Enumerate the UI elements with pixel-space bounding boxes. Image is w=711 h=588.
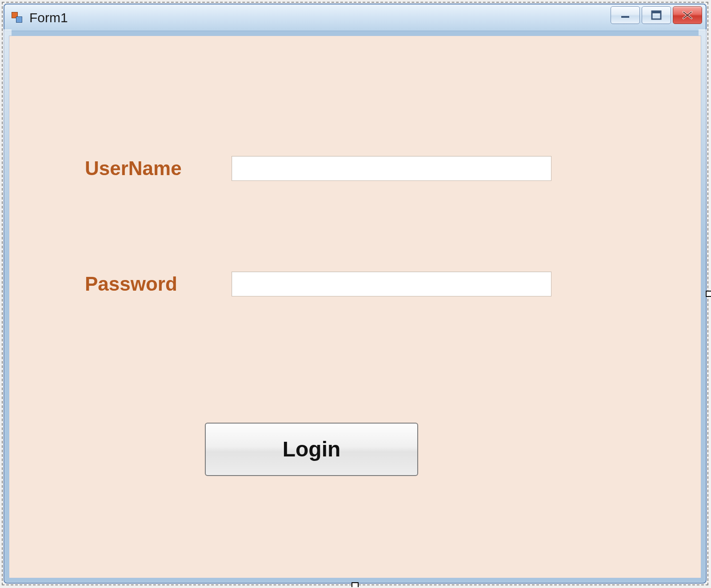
maximize-button[interactable] <box>642 6 671 24</box>
form-window: Form1 <box>4 4 707 584</box>
username-input[interactable] <box>232 156 551 181</box>
close-button[interactable] <box>673 6 702 24</box>
window-controls <box>611 6 702 24</box>
close-icon <box>681 10 694 20</box>
window-title: Form1 <box>29 10 68 25</box>
title-bar[interactable]: Form1 <box>4 4 706 31</box>
form-icon <box>12 12 23 24</box>
password-label: Password <box>85 273 232 295</box>
username-row: UserName <box>85 156 551 181</box>
form-client-area: UserName Password Login <box>9 36 701 578</box>
svg-rect-0 <box>621 16 629 18</box>
password-input[interactable] <box>232 272 551 296</box>
svg-rect-2 <box>652 11 661 13</box>
minimize-button[interactable] <box>611 6 640 24</box>
login-button-label: Login <box>283 437 341 461</box>
maximize-icon <box>650 10 663 20</box>
resize-handle-bottom[interactable] <box>352 582 359 587</box>
login-button[interactable]: Login <box>205 423 418 476</box>
resize-handle-right[interactable] <box>706 291 711 297</box>
designer-canvas: Form1 <box>2 2 708 585</box>
username-label: UserName <box>85 157 232 180</box>
minimize-icon <box>619 11 632 20</box>
password-row: Password <box>85 272 551 296</box>
